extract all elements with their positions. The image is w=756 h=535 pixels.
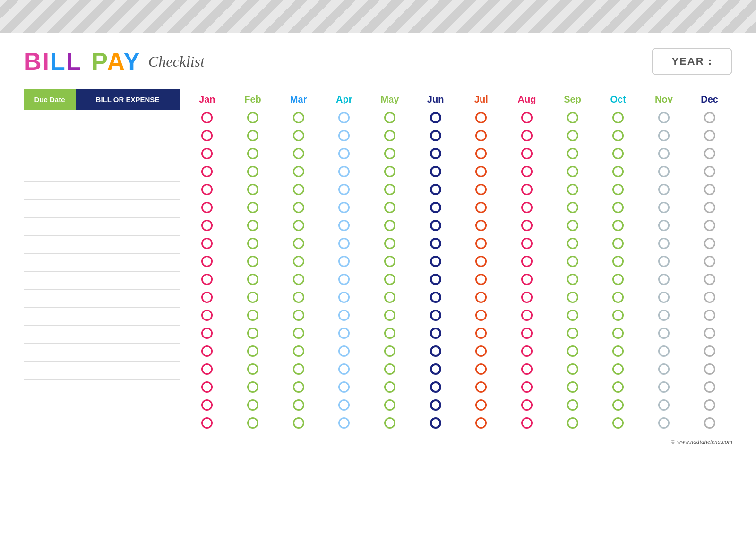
due-date-cell[interactable] bbox=[24, 343, 76, 361]
checkbox-circle-apr[interactable] bbox=[338, 274, 350, 285]
checkbox-circle-jul[interactable] bbox=[475, 148, 487, 159]
checkbox-circle-feb[interactable] bbox=[247, 310, 258, 321]
checkbox-circle-mar[interactable] bbox=[293, 184, 304, 195]
checkbox-circle-apr[interactable] bbox=[338, 202, 350, 213]
bill-cell[interactable] bbox=[76, 397, 180, 415]
checkbox-circle-mar[interactable] bbox=[293, 238, 304, 249]
checkbox-circle-feb[interactable] bbox=[247, 328, 258, 339]
checkbox-circle-aug[interactable] bbox=[521, 184, 533, 195]
checkbox-circle-may[interactable] bbox=[384, 381, 395, 393]
checkbox-circle-sep[interactable] bbox=[567, 184, 578, 195]
checkbox-circle-feb[interactable] bbox=[247, 345, 258, 357]
checkbox-circle-oct[interactable] bbox=[612, 345, 624, 357]
due-date-cell[interactable] bbox=[24, 253, 76, 271]
checkbox-circle-dec[interactable] bbox=[704, 417, 715, 429]
checkbox-circle-jun[interactable] bbox=[430, 202, 441, 213]
checkbox-circle-nov[interactable] bbox=[658, 166, 670, 177]
checkbox-circle-oct[interactable] bbox=[612, 310, 624, 321]
bill-cell[interactable] bbox=[76, 307, 180, 325]
checkbox-circle-jan[interactable] bbox=[201, 328, 213, 339]
checkbox-circle-jan[interactable] bbox=[201, 292, 213, 303]
checkbox-circle-nov[interactable] bbox=[658, 399, 670, 411]
checkbox-circle-apr[interactable] bbox=[338, 130, 350, 141]
checkbox-circle-jun[interactable] bbox=[430, 220, 441, 231]
checkbox-circle-oct[interactable] bbox=[612, 381, 624, 393]
checkbox-circle-jul[interactable] bbox=[475, 202, 487, 213]
checkbox-circle-mar[interactable] bbox=[293, 292, 304, 303]
checkbox-circle-jan[interactable] bbox=[201, 381, 213, 393]
checkbox-circle-jan[interactable] bbox=[201, 256, 213, 267]
checkbox-circle-sep[interactable] bbox=[567, 381, 578, 393]
checkbox-circle-feb[interactable] bbox=[247, 202, 258, 213]
due-date-cell[interactable] bbox=[24, 397, 76, 415]
checkbox-circle-nov[interactable] bbox=[658, 148, 670, 159]
checkbox-circle-may[interactable] bbox=[384, 184, 395, 195]
checkbox-circle-jul[interactable] bbox=[475, 166, 487, 177]
checkbox-circle-sep[interactable] bbox=[567, 130, 578, 141]
checkbox-circle-jun[interactable] bbox=[430, 381, 441, 393]
checkbox-circle-apr[interactable] bbox=[338, 310, 350, 321]
checkbox-circle-feb[interactable] bbox=[247, 256, 258, 267]
due-date-cell[interactable] bbox=[24, 217, 76, 235]
checkbox-circle-oct[interactable] bbox=[612, 363, 624, 375]
checkbox-circle-dec[interactable] bbox=[704, 148, 715, 159]
checkbox-circle-oct[interactable] bbox=[612, 292, 624, 303]
checkbox-circle-dec[interactable] bbox=[704, 112, 715, 123]
checkbox-circle-feb[interactable] bbox=[247, 399, 258, 411]
checkbox-circle-dec[interactable] bbox=[704, 184, 715, 195]
due-date-cell[interactable] bbox=[24, 379, 76, 397]
checkbox-circle-jan[interactable] bbox=[201, 399, 213, 411]
checkbox-circle-jun[interactable] bbox=[430, 310, 441, 321]
checkbox-circle-jul[interactable] bbox=[475, 328, 487, 339]
bill-cell[interactable] bbox=[76, 235, 180, 253]
checkbox-circle-jun[interactable] bbox=[430, 184, 441, 195]
checkbox-circle-oct[interactable] bbox=[612, 202, 624, 213]
checkbox-circle-jul[interactable] bbox=[475, 130, 487, 141]
checkbox-circle-aug[interactable] bbox=[521, 220, 533, 231]
checkbox-circle-nov[interactable] bbox=[658, 345, 670, 357]
checkbox-circle-sep[interactable] bbox=[567, 363, 578, 375]
checkbox-circle-mar[interactable] bbox=[293, 345, 304, 357]
checkbox-circle-apr[interactable] bbox=[338, 417, 350, 429]
due-date-cell[interactable] bbox=[24, 110, 76, 128]
checkbox-circle-oct[interactable] bbox=[612, 220, 624, 231]
checkbox-circle-apr[interactable] bbox=[338, 112, 350, 123]
checkbox-circle-jul[interactable] bbox=[475, 310, 487, 321]
checkbox-circle-aug[interactable] bbox=[521, 130, 533, 141]
due-date-cell[interactable] bbox=[24, 164, 76, 181]
checkbox-circle-dec[interactable] bbox=[704, 399, 715, 411]
checkbox-circle-aug[interactable] bbox=[521, 381, 533, 393]
checkbox-circle-dec[interactable] bbox=[704, 256, 715, 267]
bill-cell[interactable] bbox=[76, 217, 180, 235]
checkbox-circle-apr[interactable] bbox=[338, 184, 350, 195]
checkbox-circle-dec[interactable] bbox=[704, 220, 715, 231]
bill-cell[interactable] bbox=[76, 253, 180, 271]
bill-cell[interactable] bbox=[76, 289, 180, 307]
due-date-cell[interactable] bbox=[24, 128, 76, 146]
checkbox-circle-nov[interactable] bbox=[658, 256, 670, 267]
checkbox-circle-apr[interactable] bbox=[338, 363, 350, 375]
checkbox-circle-apr[interactable] bbox=[338, 328, 350, 339]
checkbox-circle-mar[interactable] bbox=[293, 399, 304, 411]
checkbox-circle-oct[interactable] bbox=[612, 130, 624, 141]
due-date-cell[interactable] bbox=[24, 415, 76, 433]
checkbox-circle-dec[interactable] bbox=[704, 274, 715, 285]
bill-cell[interactable] bbox=[76, 325, 180, 343]
checkbox-circle-may[interactable] bbox=[384, 112, 395, 123]
checkbox-circle-nov[interactable] bbox=[658, 220, 670, 231]
checkbox-circle-apr[interactable] bbox=[338, 381, 350, 393]
checkbox-circle-feb[interactable] bbox=[247, 148, 258, 159]
checkbox-circle-nov[interactable] bbox=[658, 274, 670, 285]
checkbox-circle-jul[interactable] bbox=[475, 220, 487, 231]
checkbox-circle-nov[interactable] bbox=[658, 381, 670, 393]
checkbox-circle-jul[interactable] bbox=[475, 292, 487, 303]
checkbox-circle-sep[interactable] bbox=[567, 328, 578, 339]
checkbox-circle-mar[interactable] bbox=[293, 363, 304, 375]
checkbox-circle-jan[interactable] bbox=[201, 417, 213, 429]
checkbox-circle-apr[interactable] bbox=[338, 148, 350, 159]
checkbox-circle-jan[interactable] bbox=[201, 112, 213, 123]
checkbox-circle-oct[interactable] bbox=[612, 417, 624, 429]
due-date-cell[interactable] bbox=[24, 271, 76, 289]
checkbox-circle-mar[interactable] bbox=[293, 166, 304, 177]
checkbox-circle-may[interactable] bbox=[384, 399, 395, 411]
